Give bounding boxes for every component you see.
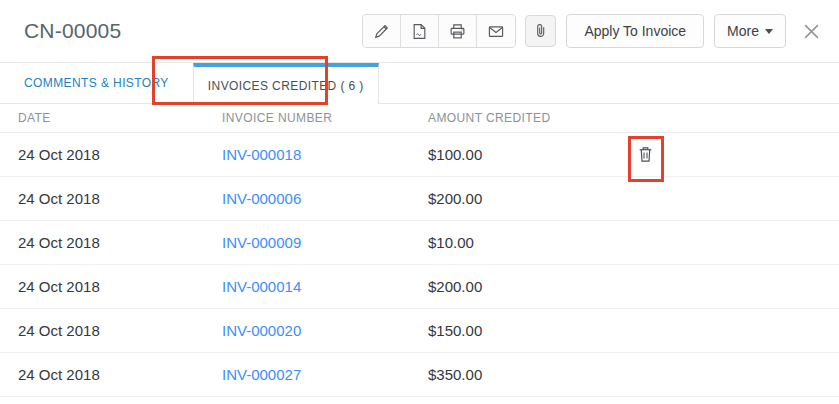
tab-comments-history-label: COMMENTS & HISTORY [24, 76, 169, 90]
table-row: 24 Oct 2018 INV-000006 $200.00 [0, 177, 839, 221]
apply-to-invoice-button[interactable]: Apply To Invoice [566, 14, 704, 48]
caret-down-icon [765, 29, 773, 34]
invoice-link[interactable]: INV-000014 [222, 278, 301, 295]
delete-button[interactable] [637, 146, 653, 164]
invoice-link[interactable]: INV-000018 [222, 146, 301, 163]
cell-date: 24 Oct 2018 [18, 146, 222, 163]
toolbar: Apply To Invoice More [362, 14, 823, 48]
print-button[interactable] [439, 15, 477, 47]
close-button[interactable] [799, 19, 823, 43]
invoice-link[interactable]: INV-000027 [222, 366, 301, 383]
attachment-button[interactable] [525, 15, 556, 47]
cell-amount: $200.00 [428, 278, 618, 295]
tab-invoices-credited[interactable]: INVOICES CREDITED ( 6 ) [193, 63, 379, 104]
tab-invoices-credited-label: INVOICES CREDITED ( 6 ) [208, 79, 364, 93]
cell-date: 24 Oct 2018 [18, 278, 222, 295]
table-row: 24 Oct 2018 INV-000014 $200.00 [0, 265, 839, 309]
invoice-link[interactable]: INV-000009 [222, 234, 301, 251]
column-header-date: DATE [18, 111, 222, 125]
table-row: 24 Oct 2018 INV-000020 $150.00 [0, 309, 839, 353]
invoice-link[interactable]: INV-000020 [222, 322, 301, 339]
tab-bar: COMMENTS & HISTORY INVOICES CREDITED ( 6… [0, 63, 839, 104]
header: CN-00005 [0, 0, 839, 63]
credit-note-detail-panel: CN-00005 [0, 0, 839, 404]
printer-icon [449, 23, 466, 40]
envelope-icon [487, 23, 505, 40]
invoice-link[interactable]: INV-000006 [222, 190, 301, 207]
toolbar-icon-group [362, 14, 516, 48]
table-row: 24 Oct 2018 INV-000027 $350.00 [0, 353, 839, 397]
email-button[interactable] [477, 15, 515, 47]
cell-amount: $100.00 [428, 146, 618, 163]
column-header-invoice-number: INVOICE NUMBER [222, 111, 428, 125]
page-title: CN-00005 [24, 19, 121, 43]
invoices-credited-table: DATE INVOICE NUMBER AMOUNT CREDITED 24 O… [0, 104, 839, 397]
edit-button[interactable] [363, 15, 401, 47]
pencil-icon [373, 23, 390, 40]
table-row: 24 Oct 2018 INV-000009 $10.00 [0, 221, 839, 265]
cell-amount: $10.00 [428, 234, 618, 251]
more-button[interactable]: More [714, 14, 786, 48]
apply-to-invoice-label: Apply To Invoice [584, 23, 686, 39]
column-header-amount-credited: AMOUNT CREDITED [428, 111, 618, 125]
paperclip-icon [533, 23, 548, 39]
cell-amount: $200.00 [428, 190, 618, 207]
cell-date: 24 Oct 2018 [18, 366, 222, 383]
table-header-row: DATE INVOICE NUMBER AMOUNT CREDITED [0, 104, 839, 133]
tab-comments-history[interactable]: COMMENTS & HISTORY [0, 63, 193, 103]
cell-amount: $350.00 [428, 366, 618, 383]
cell-date: 24 Oct 2018 [18, 234, 222, 251]
cell-date: 24 Oct 2018 [18, 190, 222, 207]
cell-date: 24 Oct 2018 [18, 322, 222, 339]
close-icon [803, 23, 820, 40]
trash-icon [638, 146, 653, 163]
pdf-file-icon [411, 23, 428, 40]
export-pdf-button[interactable] [401, 15, 439, 47]
cell-amount: $150.00 [428, 322, 618, 339]
more-label: More [727, 23, 759, 39]
table-row: 24 Oct 2018 INV-000018 $100.00 [0, 133, 839, 177]
